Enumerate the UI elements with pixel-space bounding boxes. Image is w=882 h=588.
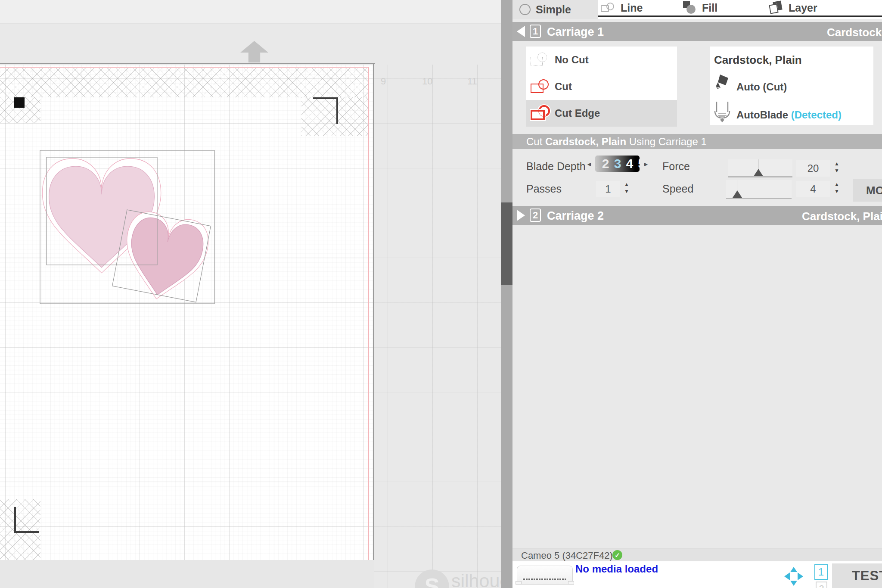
blade-label[interactable]: AutoBlade (Detected): [736, 109, 842, 121]
passes-spinner[interactable]: ▲▼: [623, 182, 630, 194]
blade-name: AutoBlade: [736, 109, 791, 121]
tab-label: Line: [621, 2, 643, 14]
cut-mode-list: No Cut Cut Cut Edge: [526, 47, 677, 127]
registration-mark-topright: [313, 97, 338, 99]
blade-depth-digits: 12345: [595, 156, 640, 172]
hearts-design[interactable]: [24, 142, 226, 310]
machine-slot: [522, 579, 567, 580]
blade-depth-decrease-arrow[interactable]: ◄: [586, 161, 592, 168]
carriage-2-header[interactable]: 2 Carriage 2 Cardstock, Plain:: [512, 206, 882, 225]
spinner-up-icon[interactable]: ▲: [834, 161, 839, 166]
media-status-text: No media loaded: [575, 563, 658, 575]
fill-style-icon: [683, 1, 697, 14]
send-panel: Simple Line Fill Layer 1 Carriage 1 Card…: [512, 0, 882, 588]
material-name[interactable]: Cardstock, Plain: [714, 53, 802, 67]
tool-action-icon: [714, 73, 731, 90]
design-canvas[interactable]: 9 10 11 S silhouette: [0, 0, 501, 588]
cut-summary-material: Cardstock, Plain: [545, 136, 626, 147]
material-tool-box: Cardstock, Plain Auto (Cut) AutoBlade (D…: [710, 47, 873, 125]
no-cut-hatch-zone-bottomleft: [0, 499, 40, 560]
device-name[interactable]: Cameo 5 (34C27F42): [521, 550, 613, 561]
cut-edge-icon: [531, 105, 552, 121]
ruler-number: 10: [422, 76, 432, 87]
line-style-tabbar: Simple Line Fill Layer: [512, 0, 882, 19]
tool-action-label[interactable]: Auto (Cut): [736, 81, 787, 93]
tab-label: Simple: [536, 3, 571, 16]
passes-value[interactable]: 1: [596, 181, 620, 197]
connected-check-icon: ✓: [612, 550, 622, 560]
no-cut-hatch-zone-topright: [301, 97, 368, 136]
force-slider[interactable]: [728, 159, 792, 177]
test-button[interactable]: TEST: [832, 563, 882, 588]
cut-mode-cut-edge[interactable]: Cut Edge: [526, 100, 677, 127]
speed-label: Speed: [662, 183, 693, 195]
force-label: Force: [662, 160, 690, 173]
expand-triangle-icon[interactable]: [517, 210, 525, 221]
force-value[interactable]: 20: [796, 160, 830, 177]
registration-mark-bottomleft: [14, 507, 16, 533]
move-media-arrows-icon[interactable]: [783, 566, 804, 586]
ruler-number: 11: [467, 76, 477, 87]
blade-depth-increase-arrow[interactable]: ►: [643, 161, 649, 168]
no-cut-icon: [531, 52, 552, 68]
carriage-number-badge: 1: [530, 25, 541, 38]
cut-summary-suffix: Using Carriage 1: [626, 136, 707, 147]
speed-slider-pointer[interactable]: [733, 190, 742, 198]
watermark-text: silhouette: [451, 570, 501, 588]
tab-label: Fill: [702, 2, 717, 14]
speed-spinner[interactable]: ▲▼: [833, 182, 841, 194]
media-bar: No media loaded 1 2 TEST: [512, 561, 882, 588]
feed-direction-arrow-icon: [240, 41, 268, 62]
spinner-down-icon[interactable]: ▼: [624, 189, 629, 194]
spinner-down-icon[interactable]: ▼: [834, 189, 839, 194]
carriage-material-summary: Cardstock, Plain:: [802, 210, 882, 223]
mat-right-edge: [368, 67, 369, 588]
tab-fill[interactable]: Fill: [683, 0, 717, 16]
tab-layer[interactable]: Layer: [769, 0, 817, 16]
registration-mark-topright: [336, 97, 338, 124]
scrollbar-thumb[interactable]: [501, 202, 512, 285]
collapse-triangle-icon[interactable]: [517, 26, 525, 37]
tool-slot-2[interactable]: 2: [816, 582, 827, 588]
cut-mode-no-cut[interactable]: No Cut: [526, 47, 677, 73]
tabbar-underline: [598, 16, 882, 17]
line-style-icon: [601, 2, 615, 14]
spinner-down-icon[interactable]: ▼: [834, 168, 839, 173]
spinner-up-icon[interactable]: ▲: [624, 182, 629, 187]
no-cut-hatch-zone-top: [0, 68, 368, 97]
cutting-mat-page[interactable]: [0, 65, 374, 560]
carriage-1-header[interactable]: 1 Carriage 1 Cardstock,: [512, 22, 882, 41]
speed-slider[interactable]: [726, 180, 792, 199]
carriage-number-badge: 2: [530, 208, 541, 222]
blade-depth-label: Blade Depth: [526, 160, 586, 173]
cut-mode-label: Cut Edge: [555, 107, 600, 119]
page-top-border: [0, 63, 375, 64]
machine-foot: [516, 581, 522, 585]
blade-status: (Detected): [791, 109, 842, 121]
tool-slot-1[interactable]: 1: [814, 564, 828, 580]
blade-depth-dial[interactable]: 12345: [595, 156, 640, 172]
passes-label: Passes: [526, 183, 562, 195]
carriage-title: Carriage 1: [547, 25, 604, 39]
canvas-top-margin: [0, 0, 501, 24]
carriage-title: Carriage 2: [547, 209, 604, 223]
cut-mode-cut[interactable]: Cut: [526, 73, 677, 100]
cut-mode-label: No Cut: [555, 54, 589, 66]
autoblade-icon: [713, 101, 731, 123]
force-slider-pointer[interactable]: [754, 169, 763, 176]
simple-circle-icon: [519, 4, 531, 15]
spinner-up-icon[interactable]: ▲: [834, 182, 839, 187]
registration-mark-square: [14, 97, 25, 108]
panel-divider: [501, 0, 512, 588]
tab-line[interactable]: Line: [601, 0, 643, 16]
tab-label: Layer: [789, 2, 817, 14]
more-button[interactable]: MORE: [853, 179, 882, 202]
speed-value[interactable]: 4: [796, 181, 830, 197]
registration-mark-bottomleft: [14, 531, 39, 533]
layer-icon: [769, 1, 783, 14]
tab-simple[interactable]: Simple: [512, 0, 598, 19]
force-spinner[interactable]: ▲▼: [833, 161, 841, 173]
machine-foot: [568, 581, 574, 585]
carriage-material-summary: Cardstock,: [827, 26, 882, 39]
cut-summary-prefix: Cut: [526, 136, 545, 147]
